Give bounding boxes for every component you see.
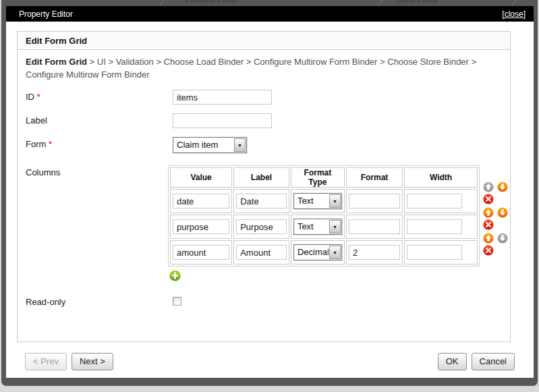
move-down-icon[interactable] [497,181,508,192]
columns-header-row: Value Label Format Type Format Width [170,167,478,188]
delete-row-icon[interactable] [483,194,494,204]
move-down-icon [497,233,508,244]
value-input[interactable] [173,245,229,260]
column-row-2: Text ▼ [170,215,478,239]
prev-button: < Prev [25,353,67,370]
row-actions-3 [483,232,510,258]
format-type-value: Text [294,194,329,208]
format-type-select[interactable]: Text ▼ [293,219,342,235]
add-row-icon[interactable] [169,270,510,281]
dialog-title: Property Editor [19,9,502,19]
breadcrumb: Edit Form Grid > UI > Validation > Choos… [18,50,510,81]
label-input[interactable] [236,194,287,208]
row-actions-1 [483,181,510,206]
field-row-form: Form * Claim item ▼ [26,137,510,153]
label-input[interactable] [236,245,287,260]
columns-label: Columns [26,165,168,177]
label-input[interactable] [173,113,272,128]
format-input[interactable] [349,219,400,234]
id-label-text: ID [26,92,34,102]
format-type-value: Text [294,219,329,234]
move-up-icon[interactable] [483,207,494,218]
readonly-label: Read-only [26,295,173,307]
form-select[interactable]: Claim item ▼ [173,137,247,153]
readonly-checkbox[interactable] [173,297,181,306]
width-input[interactable] [407,245,462,260]
columns-table-area: Value Label Format Type Format Width [168,165,510,267]
background-tab-preview-form: Preview Form [185,0,238,5]
close-link[interactable]: [close] [502,9,526,19]
dialog-footer: < Prev Next > OK Cancel [17,347,515,370]
header-format-type: Format Type [291,167,345,188]
width-input[interactable] [407,194,462,208]
breadcrumb-trail: > UI > Validation > Choose Load Binder >… [26,57,476,80]
delete-row-icon[interactable] [483,219,494,230]
dropdown-arrow-icon: ▼ [329,220,341,233]
label-input[interactable] [236,219,287,234]
header-format: Format [346,167,403,188]
header-width: Width [404,167,478,188]
label-label: Label [26,113,173,125]
required-asterisk: * [37,92,40,102]
edit-form-grid-panel: Edit Form Grid Edit Form Grid > UI > Val… [17,31,511,342]
row-actions-2 [483,206,510,232]
move-down-icon[interactable] [497,207,508,218]
property-editor-dialog: Property Editor [close] Edit Form Grid E… [6,6,534,378]
format-type-select[interactable]: Decimal ▼ [293,244,342,260]
dropdown-arrow-icon: ▼ [234,138,246,152]
field-row-readonly: Read-only [26,295,510,307]
format-type-select[interactable]: Text ▼ [293,193,342,209]
width-input[interactable] [407,219,462,234]
required-asterisk: * [49,139,52,149]
add-row-container [169,270,510,281]
ok-button[interactable]: OK [438,353,467,370]
format-type-value: Decimal [294,245,329,260]
form-label: Form * [26,137,173,149]
value-input[interactable] [173,219,229,234]
move-up-icon [483,181,494,192]
dropdown-arrow-icon: ▼ [329,246,341,259]
value-input[interactable] [173,194,229,208]
move-up-icon[interactable] [483,233,494,244]
dropdown-arrow-icon: ▼ [329,194,341,208]
readonly-label-text: Read-only [26,297,65,307]
field-row-id: ID * [26,90,510,105]
header-value: Value [170,167,232,188]
section-heading: Edit Form Grid [18,32,510,50]
label-label-text: Label [26,115,47,125]
field-row-label: Label [26,113,510,128]
id-input[interactable] [173,90,272,105]
format-input[interactable] [349,245,400,260]
row-actions-column [483,165,510,258]
form-select-value: Claim item [173,138,233,152]
breadcrumb-current-step: Edit Form Grid [26,57,87,67]
column-row-1: Text ▼ [170,189,478,213]
column-row-3: Decimal ▼ [170,240,478,264]
cancel-button[interactable]: Cancel [472,353,515,370]
columns-label-text: Columns [26,167,60,177]
format-input[interactable] [349,194,400,208]
id-label: ID * [26,90,173,102]
field-row-columns: Columns Value Label Format Type Format W… [26,165,510,267]
form-label-text: Form [26,139,46,149]
next-button[interactable]: Next > [72,353,113,370]
delete-row-icon[interactable] [483,245,494,256]
columns-table: Value Label Format Type Format Width [168,165,480,267]
header-label: Label [233,167,289,188]
dialog-titlebar: Property Editor [close] [6,6,534,22]
background-tab-save-form: Save Form [396,0,437,5]
